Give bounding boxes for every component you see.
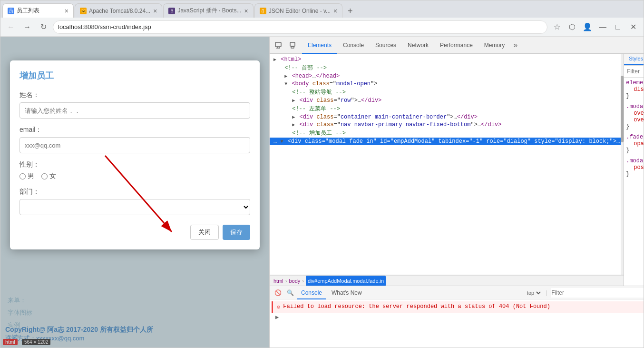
tree-line-modal-div[interactable]: … <div class="modal fade in" id="empAddM… <box>270 138 624 145</box>
url-input[interactable] <box>53 20 547 34</box>
style-close-fade-in: } <box>626 147 644 154</box>
new-tab-button[interactable]: + <box>343 4 357 18</box>
tab-elements[interactable]: Elements <box>302 37 337 54</box>
gender-label: 性别： <box>20 160 250 169</box>
tab-bootstrap[interactable]: B JavaScript 插件 · Boots... × <box>163 3 253 18</box>
tree-scroll-thumb[interactable] <box>621 76 624 142</box>
bookmark-button[interactable]: ☆ <box>550 20 564 34</box>
gender-female-option[interactable]: 女 <box>41 172 56 180</box>
dept-select[interactable] <box>20 199 250 215</box>
close-window-button[interactable]: ✕ <box>626 20 640 34</box>
devtools-panel: Elements Console Sources Network Perform… <box>269 37 644 348</box>
expand-navbar[interactable] <box>292 122 295 128</box>
tab-close-4[interactable]: × <box>333 8 337 14</box>
tree-line-div-navbar[interactable]: <div class="nav navbar-primary navbar-fi… <box>270 121 624 129</box>
gender-radio-group: 男 女 <box>20 172 250 180</box>
gender-male-label: 男 <box>28 172 34 180</box>
style-rule-modal-open: .modal-open .modal { modals.less:45 over… <box>626 103 644 130</box>
maximize-button[interactable]: □ <box>611 20 624 34</box>
breadcrumb-html[interactable]: html <box>273 276 283 286</box>
tree-line-comment-header[interactable]: <!-- 首部 --> <box>270 63 624 72</box>
tab-employees[interactable]: 员 员工列表 × <box>2 3 74 18</box>
gender-female-radio[interactable] <box>41 173 48 179</box>
tab-sources[interactable]: Sources <box>370 37 402 54</box>
console-context-select[interactable]: top <box>525 288 542 298</box>
expand-modal[interactable] <box>280 139 283 144</box>
gender-male-option[interactable]: 男 <box>20 172 34 180</box>
address-bar: ← → ↻ ☆ ⬡ 👤 — □ ✕ <box>0 18 644 37</box>
styles-panel: Styles Computed Event Listeners DOM Brea… <box>624 54 644 286</box>
style-selector-element: element.style { <box>626 80 644 86</box>
tree-line-comment-leftmenu[interactable]: <!-- 左菜单 --> <box>270 104 624 113</box>
tab-close-3[interactable]: × <box>244 8 248 14</box>
tab-performance[interactable]: Performance <box>434 37 478 54</box>
tab-network[interactable]: Network <box>402 37 434 54</box>
expand-div-row[interactable] <box>292 98 295 103</box>
console-search-button[interactable]: 🔍 <box>285 288 295 298</box>
expand-body[interactable] <box>284 81 287 87</box>
devtools-inspect-button[interactable] <box>272 39 285 52</box>
inspect-icon <box>274 41 282 49</box>
back-button[interactable]: ← <box>4 20 18 34</box>
add-employee-modal: 增加员工 姓名： email： 性别： 男 <box>10 60 260 249</box>
tab-memory[interactable]: Memory <box>478 37 510 54</box>
cast-button[interactable]: ⬡ <box>566 20 579 34</box>
tree-line-head[interactable]: <head>…</head> <box>270 72 624 80</box>
style-rule-modal: .modal { modals.less:21 position : fixed… <box>626 158 644 178</box>
expand-html[interactable] <box>273 57 276 62</box>
style-selector-modal-row: .modal { modals.less:21 <box>626 158 644 164</box>
styles-filter-input[interactable] <box>627 67 644 76</box>
console-tab-console[interactable]: Console <box>297 286 326 299</box>
minimize-button[interactable]: — <box>596 20 609 34</box>
tree-line-comment-nav[interactable]: <!-- 整站导航 --> <box>270 88 624 97</box>
email-input[interactable] <box>20 137 250 153</box>
console-caret-row: ▶ <box>272 313 644 322</box>
style-rule-element: element.style { display : block ; } <box>626 80 644 99</box>
devtools-top-section: <html> <!-- 首部 --> <head>…</head> <box>270 54 644 286</box>
devtools-breadcrumb: html › body › div#empAddModal.modal.fade… <box>270 275 624 286</box>
forward-button[interactable]: → <box>20 20 34 34</box>
svg-rect-7 <box>291 47 294 48</box>
styles-tab-styles[interactable]: Styles <box>624 54 644 65</box>
tab-title-1: 员工列表 <box>17 7 62 15</box>
tab-console[interactable]: Console <box>337 37 370 54</box>
close-modal-button[interactable]: 关闭 <box>190 225 219 240</box>
expand-container[interactable] <box>292 115 295 120</box>
console-clear-button[interactable]: 🚫 <box>273 288 283 298</box>
devtools-device-button[interactable] <box>286 39 299 52</box>
tab-favicon-2: 🐱 <box>80 8 87 14</box>
tab-close-1[interactable]: × <box>65 8 68 14</box>
tree-line-html[interactable]: <html> <box>270 56 624 63</box>
expand-head[interactable] <box>284 74 287 79</box>
save-modal-button[interactable]: 保存 <box>223 225 250 240</box>
console-tab-whatsnew[interactable]: What's New <box>328 286 366 299</box>
name-input[interactable] <box>20 102 250 119</box>
tab-close-2[interactable]: × <box>153 8 157 14</box>
breadcrumb-modal[interactable]: div#empAddModal.modal.fade.in <box>306 276 386 286</box>
tree-line-div-row[interactable]: <div class="row">…</div> <box>270 97 624 104</box>
tree-scrollbar[interactable] <box>621 54 624 275</box>
account-button[interactable]: 👤 <box>581 20 594 34</box>
elements-tree[interactable]: <html> <!-- 首部 --> <head>…</head> <box>270 54 624 275</box>
tree-line-body[interactable]: <body class="modal-open"> <box>270 80 624 88</box>
tree-line-comment-addstaff[interactable]: <!-- 增加员工 --> <box>270 129 624 138</box>
reload-button[interactable]: ↻ <box>37 20 50 34</box>
console-filter-input[interactable] <box>551 288 644 298</box>
tab-tomcat[interactable]: 🐱 Apache Tomcat/8.0.24... × <box>75 3 162 18</box>
tab-favicon-3: B <box>168 8 175 14</box>
tab-json-editor[interactable]: {} JSON Editor Online - v... × <box>254 3 343 18</box>
breadcrumb-body[interactable]: body <box>289 276 300 286</box>
browser-window: 员 员工列表 × 🐱 Apache Tomcat/8.0.24... × B J… <box>0 0 644 348</box>
styles-content: element.style { display : block ; } <box>624 78 644 286</box>
tree-line-div-container[interactable]: <div class="container main-container-bor… <box>270 113 624 121</box>
styles-tabs: Styles Computed Event Listeners DOM Brea… <box>624 54 644 66</box>
svg-rect-2 <box>275 42 281 47</box>
name-label: 姓名： <box>20 91 250 99</box>
tab-bar: 员 员工列表 × 🐱 Apache Tomcat/8.0.24... × B J… <box>0 0 644 18</box>
console-prompt-icon: ▶ <box>275 314 279 321</box>
style-close-modal-open: } <box>626 123 644 130</box>
dept-label: 部门： <box>20 188 250 196</box>
gender-male-radio[interactable] <box>20 173 26 179</box>
tab-favicon-4: {} <box>260 8 266 14</box>
devtools-more-tabs[interactable]: » <box>510 37 520 54</box>
